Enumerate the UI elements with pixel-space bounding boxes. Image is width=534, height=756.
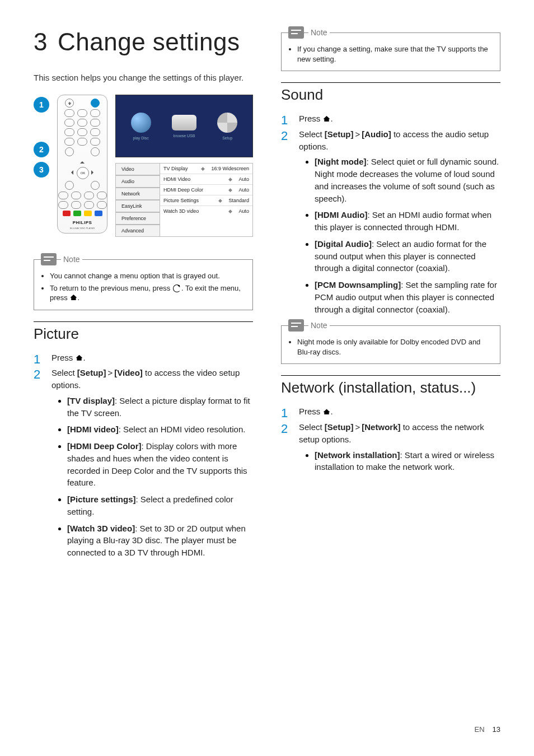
chapter-number: 3 xyxy=(34,28,48,55)
bullet-icon: ◆ xyxy=(228,187,232,193)
remote-btn xyxy=(90,128,100,136)
chapter-title: 3Change settings xyxy=(34,28,253,56)
home-icon xyxy=(324,409,330,414)
sidebar-item: Preference xyxy=(115,212,160,225)
menu-label: [Setup] xyxy=(77,368,106,377)
bullet-icon: ◆ xyxy=(228,208,232,214)
transport-btn xyxy=(84,192,94,199)
note-label: Note xyxy=(308,28,330,37)
transport-btn xyxy=(97,201,107,209)
remote-control: ⏻ OK PHILIPS BLU-RAY DISC PLAYER xyxy=(57,95,107,234)
bullet: [PCM Downsampling]: Set the sampling rat… xyxy=(315,279,500,315)
footer-lang: EN xyxy=(474,725,484,734)
dpad: OK xyxy=(69,159,96,178)
step-badge-3: 3 xyxy=(34,162,49,178)
home-icon xyxy=(324,116,330,122)
option-value: Standard xyxy=(228,198,249,203)
illustration: 1 2 3 ⏻ OK PHILIPS BLU-RAY DISC PLA xyxy=(34,95,253,237)
bullet: [Watch 3D video]: Set to 3D or 2D output… xyxy=(67,522,253,559)
usb-icon xyxy=(172,115,196,130)
note-item: If you change a setting, make sure that … xyxy=(297,44,492,64)
option-key: Picture Settings xyxy=(163,198,214,203)
note-label: Note xyxy=(61,255,82,264)
gt-icon: > xyxy=(355,422,360,432)
option-key: HDMI Deep Color xyxy=(163,187,224,193)
sidebar-item: Advanced xyxy=(115,225,160,237)
transport-btn xyxy=(84,201,94,209)
options-icon xyxy=(91,181,100,190)
remote-btn xyxy=(64,119,74,127)
back-icon xyxy=(173,284,181,292)
note-icon xyxy=(288,319,304,332)
red-button xyxy=(63,211,71,216)
remote-btn xyxy=(90,138,100,146)
home-item-label: play Disc xyxy=(133,136,148,140)
section-heading-network: Network (installation, status...) xyxy=(281,379,500,396)
home-icon xyxy=(91,99,100,108)
sidebar-item: Video xyxy=(115,163,160,175)
remote-btn xyxy=(64,109,74,117)
option-value: Auto xyxy=(238,187,249,193)
remote-btn xyxy=(90,109,100,117)
sidebar-item: Audio xyxy=(115,175,160,188)
home-icon xyxy=(76,355,83,361)
bullet: [Night mode]: Select quiet or full dynam… xyxy=(315,156,500,204)
menu-label: [Video] xyxy=(114,368,143,377)
step: Press . xyxy=(34,352,253,364)
note-box: Note You cannot change a menu option tha… xyxy=(34,259,253,310)
transport-btn xyxy=(58,201,68,209)
step: Select [Setup]>[Audio] to access the aud… xyxy=(281,128,500,316)
blue-button xyxy=(95,211,102,216)
play-disc-icon xyxy=(131,113,151,133)
bullet-icon: ◆ xyxy=(218,198,222,203)
transport-btn xyxy=(58,192,68,199)
remote-btn xyxy=(77,138,87,146)
note-icon xyxy=(41,253,57,265)
bullet: [HDMI Audio]: Set an HDMI audio format w… xyxy=(315,209,500,234)
remote-btn xyxy=(65,147,74,156)
transport-btn xyxy=(97,192,107,199)
yellow-button xyxy=(84,211,92,216)
menu-label: [Network] xyxy=(362,422,400,432)
home-icon xyxy=(70,295,77,300)
step: Select [Setup]>[Video] to access the vid… xyxy=(34,367,253,559)
remote-brand: PHILIPS xyxy=(73,220,92,225)
option-key: Watch 3D video xyxy=(163,208,224,214)
ok-button: OK xyxy=(77,167,89,179)
bullet: [HDMI video]: Select an HDMI video resol… xyxy=(67,423,253,436)
footer-page: 13 xyxy=(493,725,500,734)
bullet-icon: ◆ xyxy=(228,176,232,182)
menu-label: [Setup] xyxy=(325,129,354,139)
menu-label: [Audio] xyxy=(362,129,391,139)
intro-text: This section helps you change the settin… xyxy=(34,72,253,83)
remote-btn xyxy=(64,138,74,146)
green-button xyxy=(73,211,81,216)
gt-icon: > xyxy=(108,368,113,377)
option-value: Auto xyxy=(238,208,249,214)
note-item: You cannot change a menu option that is … xyxy=(50,271,245,281)
step: Select [Setup]>[Network] to access the n… xyxy=(281,421,500,473)
section-rule xyxy=(281,82,500,83)
power-icon: ⏻ xyxy=(65,99,74,108)
option-value: Auto xyxy=(238,176,249,182)
remote-btn xyxy=(77,119,87,127)
home-item-label: Setup xyxy=(222,136,232,140)
note-box: Note If you change a setting, make sure … xyxy=(281,32,500,71)
remote-btn xyxy=(90,119,100,127)
remote-btn xyxy=(77,128,87,136)
step-badge-1: 1 xyxy=(34,97,49,113)
section-rule xyxy=(34,321,253,322)
note-box: Note Night mode is only available for Do… xyxy=(281,325,500,364)
bullet: [TV display]: Select a picture display f… xyxy=(67,395,253,419)
section-rule xyxy=(281,375,500,376)
note-item: To return to the previous menu, press . … xyxy=(50,283,245,303)
option-key: TV Display xyxy=(163,166,196,171)
page-footer: EN 13 xyxy=(474,725,500,734)
chapter-title-text: Change settings xyxy=(58,28,240,55)
section-heading-picture: Picture xyxy=(34,325,253,343)
transport-btn xyxy=(71,201,81,209)
bullet: [Digital Audio]: Select an audio format … xyxy=(315,238,500,274)
step: Press . xyxy=(281,113,500,125)
menu-label: [Setup] xyxy=(325,422,354,432)
gt-icon: > xyxy=(355,129,360,139)
